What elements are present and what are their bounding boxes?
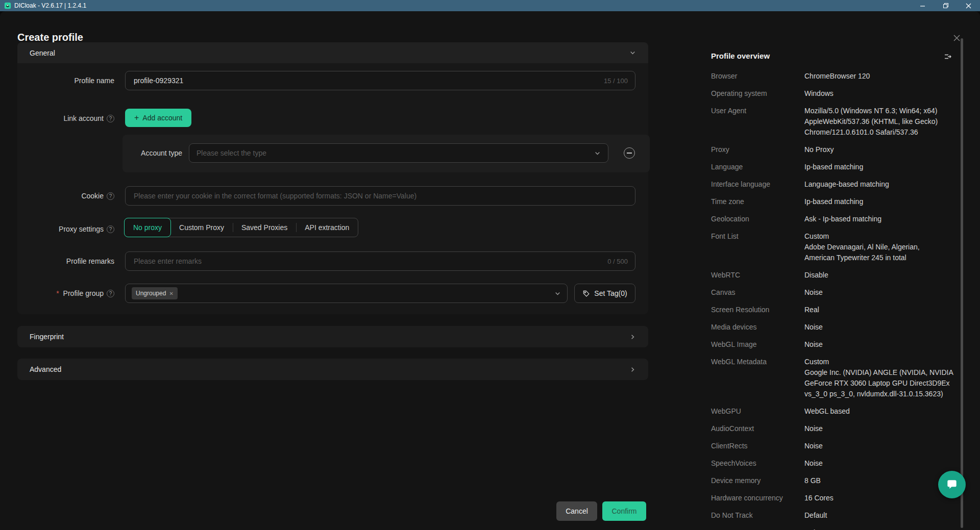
proxy-mode-tabs: No proxy Custom Proxy Saved Proxies API … (124, 218, 358, 237)
group-tag-chip[interactable]: Ungrouped ✕ (132, 287, 178, 299)
overview-row: WebGPUWebGL based (711, 406, 957, 417)
create-profile-dialog: Create profile General Profile name 15 /… (0, 11, 980, 530)
overview-row: BrowserChromeBrowser 120 (711, 71, 957, 82)
chevron-down-icon (629, 49, 636, 56)
chevron-down-icon (594, 150, 601, 157)
tab-api-extraction[interactable]: API extraction (296, 218, 358, 237)
tab-custom-proxy[interactable]: Custom Proxy (170, 218, 233, 237)
profile-overview-list: BrowserChromeBrowser 120 Operating syste… (711, 71, 957, 530)
required-asterisk: * (56, 289, 59, 297)
remove-account-button[interactable] (624, 147, 635, 159)
overview-row: Do Not TrackDefault (711, 510, 957, 521)
profile-group-select[interactable]: Ungrouped ✕ (125, 284, 568, 303)
tab-saved-proxies[interactable]: Saved Proxies (233, 218, 296, 237)
chevron-right-icon (629, 366, 636, 373)
overview-row: Time zoneIp-based matching (711, 196, 957, 207)
chevron-down-icon (554, 290, 561, 297)
cookie-input[interactable] (133, 191, 628, 200)
account-type-label: Account type (0, 147, 182, 159)
cookie-label: Cookie ? (0, 190, 114, 201)
cancel-button[interactable]: Cancel (556, 501, 597, 521)
profile-group-label: * Profile group ? (0, 288, 114, 299)
overview-row: GeolocationAsk - Ip-based matching (711, 214, 957, 224)
page-title: Create profile (17, 32, 83, 43)
advanced-section-header[interactable]: Advanced (17, 359, 648, 380)
overview-row: WebRTCDisable (711, 270, 957, 281)
overview-row: ProxyNo Proxy (711, 144, 957, 155)
profile-name-field: 15 / 100 (125, 71, 635, 90)
overview-row: AudioContextNoise (711, 423, 957, 434)
add-account-button[interactable]: + Add account (125, 109, 191, 127)
overview-row: Device memory8 GB (711, 475, 957, 486)
overview-row: Operating systemWindows (711, 88, 957, 99)
link-account-help-icon[interactable]: ? (107, 115, 114, 122)
set-tag-button[interactable]: Set Tag(0) (574, 284, 635, 303)
profile-name-label: Profile name (0, 75, 114, 86)
general-section-header[interactable]: General (17, 42, 648, 63)
tag-icon (582, 290, 590, 297)
chat-widget-button[interactable] (938, 471, 966, 498)
general-section-label: General (30, 49, 55, 57)
overview-row: Interface languageLanguage-based matchin… (711, 179, 957, 190)
profile-remarks-field: 0 / 500 (125, 251, 635, 271)
close-window-button[interactable] (957, 0, 980, 11)
minimize-button[interactable] (911, 0, 934, 11)
fingerprint-section-label: Fingerprint (30, 333, 64, 341)
overview-row: Font ListCustom Adobe Devanagari, Al Nil… (711, 231, 957, 263)
app-logo-icon (4, 2, 11, 9)
profile-remarks-label: Profile remarks (0, 256, 114, 267)
overview-row: WebGL MetadataCustom Google Inc. (NVIDIA… (711, 357, 957, 399)
overview-row: CanvasNoise (711, 287, 957, 298)
proxy-help-icon[interactable]: ? (107, 225, 114, 233)
profile-name-input[interactable] (133, 76, 599, 85)
title-bar: DICloak - V2.6.17 | 1.2.4.1 (0, 0, 980, 11)
advanced-section-label: Advanced (30, 365, 61, 373)
overview-row: User AgentMozilla/5.0 (Windows NT 6.3; W… (711, 106, 957, 138)
cookie-help-icon[interactable]: ? (107, 192, 114, 200)
account-type-placeholder: Please select the type (197, 149, 266, 157)
chat-bubble-icon (945, 478, 959, 491)
cookie-field (125, 186, 635, 206)
confirm-button[interactable]: Confirm (602, 501, 646, 521)
overview-scrollbar[interactable] (961, 38, 963, 528)
window-title: DICloak - V2.6.17 | 1.2.4.1 (14, 2, 86, 9)
profile-overview-title: Profile overview (711, 52, 770, 60)
profile-remarks-input[interactable] (133, 257, 602, 266)
overview-row: BatteryNoise (711, 527, 957, 530)
collapse-panel-icon[interactable] (942, 51, 953, 62)
plus-icon: + (134, 113, 139, 122)
profile-name-counter: 15 / 100 (604, 77, 628, 85)
tab-no-proxy[interactable]: No proxy (124, 218, 171, 237)
overview-row: Hardware concurrency16 Cores (711, 493, 957, 503)
proxy-settings-label: Proxy settings ? (0, 223, 114, 235)
restore-button[interactable] (934, 0, 957, 11)
overview-row: Screen ResolutionReal (711, 305, 957, 315)
fingerprint-section-header[interactable]: Fingerprint (17, 326, 648, 347)
overview-row: Media devicesNoise (711, 322, 957, 333)
overview-row: LanguageIp-based matching (711, 162, 957, 172)
overview-row: ClientRectsNoise (711, 441, 957, 451)
profile-group-help-icon[interactable]: ? (107, 290, 114, 297)
app-window: DICloak - V2.6.17 | 1.2.4.1 Create profi… (0, 0, 980, 530)
remarks-counter: 0 / 500 (607, 258, 628, 265)
overview-row: WebGL ImageNoise (711, 339, 957, 350)
remove-tag-icon[interactable]: ✕ (169, 291, 173, 296)
overview-row: SpeechVoicesNoise (711, 458, 957, 469)
account-type-select[interactable]: Please select the type (189, 143, 608, 163)
link-account-label: Link account ? (0, 113, 114, 124)
chevron-right-icon (629, 334, 636, 340)
